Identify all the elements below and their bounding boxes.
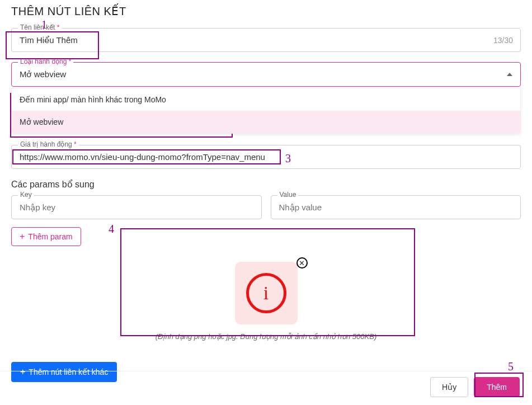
- param-key-label: Key: [18, 191, 34, 199]
- add-param-button[interactable]: + Thêm param: [11, 227, 81, 246]
- cancel-button[interactable]: Hủy: [430, 377, 468, 397]
- upload-thumbnail[interactable]: i: [235, 262, 298, 324]
- dropdown-option-miniapp[interactable]: Đến mini app/ màn hình khác trong MoMo: [12, 88, 520, 111]
- link-name-field: Tên liên kết 13/30: [11, 28, 521, 52]
- caret-up-icon: [507, 73, 512, 76]
- dropdown-option-webview[interactable]: Mở webview: [12, 111, 520, 133]
- params-section-title: Các params bổ sung: [11, 179, 521, 190]
- action-type-select[interactable]: Mở webview: [11, 62, 521, 87]
- action-type-label: Loại hành động: [18, 58, 73, 65]
- action-value-field: Giá trị hành động: [11, 145, 521, 169]
- plus-icon: +: [20, 232, 25, 241]
- param-key-input[interactable]: [11, 195, 262, 219]
- upload-thumb-wrap: i ✕: [235, 262, 298, 324]
- page-title: THÊM NÚT LIÊN KẾT: [11, 4, 521, 18]
- action-type-selected: Mở webview: [20, 69, 66, 79]
- action-type-dropdown: Đến mini app/ màn hình khác trong MoMo M…: [11, 88, 521, 134]
- params-row: Key Value: [11, 195, 521, 219]
- link-name-label: Tên liên kết: [18, 23, 62, 31]
- add-param-label: Thêm param: [28, 232, 72, 241]
- footer: Hủy Thêm: [0, 371, 532, 405]
- link-name-input[interactable]: [11, 28, 521, 52]
- upload-hint: (Định dạng png hoặc jpg. Dung lượng mỗi …: [156, 332, 376, 341]
- action-type-field: Loại hành động Mở webview Đến mini app/ …: [11, 62, 521, 87]
- info-icon: i: [246, 273, 286, 313]
- action-value-input[interactable]: [11, 145, 521, 169]
- action-value-label: Giá trị hành động: [18, 140, 79, 148]
- remove-image-button[interactable]: ✕: [296, 257, 308, 269]
- submit-button[interactable]: Thêm: [474, 377, 520, 397]
- param-value-input[interactable]: [271, 195, 521, 219]
- upload-area: i ✕ (Định dạng png hoặc jpg. Dung lượng …: [119, 248, 413, 350]
- link-name-counter: 13/30: [493, 36, 513, 45]
- param-value-label: Value: [277, 191, 299, 199]
